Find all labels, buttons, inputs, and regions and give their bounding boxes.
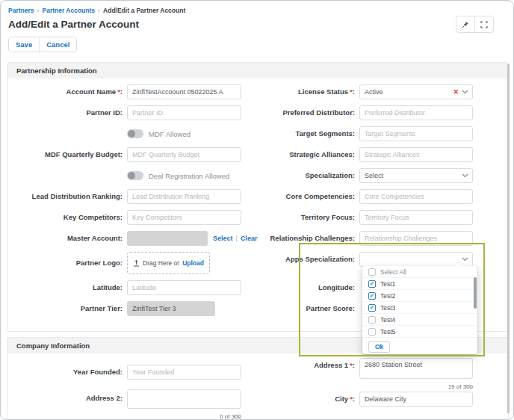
option-label: Test2 bbox=[380, 292, 395, 300]
master-account-link-divider: | bbox=[236, 235, 238, 242]
page-title: Add/Edit a Partner Account bbox=[8, 19, 506, 30]
partner-logo-dropzone[interactable]: Drag Here or Upload bbox=[127, 252, 210, 274]
dropdown-scrollbar[interactable] bbox=[474, 277, 477, 309]
mdf-allowed-row: MDF Allowed bbox=[7, 123, 258, 144]
preferred-distributor-row: Preferred Distributor: bbox=[258, 102, 508, 123]
checkbox-icon[interactable] bbox=[368, 328, 376, 336]
partner-tier-readonly-field: ZinfiTest Tier 3 bbox=[127, 301, 215, 316]
apps-specialization-label: Apps Specialization: bbox=[258, 255, 359, 263]
mdf-quarterly-budget-row: MDF Quarterly Budget: bbox=[7, 144, 258, 165]
address2-char-counter: 0 of 300 bbox=[127, 413, 241, 420]
mdf-allowed-toggle-label: MDF Allowed bbox=[149, 130, 191, 138]
clear-icon[interactable]: ✕ bbox=[453, 88, 459, 96]
checkbox-icon[interactable] bbox=[368, 316, 376, 324]
partner-account-page: Partners › Partner Accounts › Add/Edit a… bbox=[0, 0, 514, 420]
partner-tier-row: Partner Tier: ZinfiTest Tier 3 bbox=[7, 298, 258, 319]
mdf-allowed-toggle[interactable] bbox=[127, 129, 143, 138]
pin-button[interactable] bbox=[456, 16, 474, 32]
chevron-down-icon bbox=[462, 90, 468, 94]
key-competitors-row: Key Competitors: bbox=[7, 207, 258, 228]
target-segments-input[interactable] bbox=[359, 126, 473, 141]
address1-row: Address 1*: 2680 Station Street 19 of 30… bbox=[258, 356, 508, 388]
ok-button[interactable]: Ok bbox=[368, 341, 390, 353]
strategic-alliances-label: Strategic Alliances: bbox=[258, 150, 359, 158]
checkbox-icon[interactable] bbox=[368, 268, 376, 276]
address1-textarea[interactable]: 2680 Station Street bbox=[359, 358, 473, 379]
checkbox-icon[interactable] bbox=[368, 304, 376, 312]
option-label: Test4 bbox=[380, 316, 395, 324]
year-founded-row: Year Founded: bbox=[7, 356, 258, 388]
address2-label: Address 2: bbox=[7, 389, 127, 402]
master-account-row: Master Account: Select | Clear bbox=[7, 228, 258, 249]
cancel-button[interactable]: Cancel bbox=[40, 37, 76, 52]
account-name-label: Account Name*: bbox=[7, 87, 127, 96]
save-button[interactable]: Save bbox=[9, 37, 39, 52]
form-toolbar: Save Cancel bbox=[8, 37, 77, 52]
strategic-alliances-input[interactable] bbox=[359, 147, 473, 162]
lead-distribution-ranking-label: Lead Distribution Ranking: bbox=[7, 192, 127, 200]
target-segments-label: Target Segments: bbox=[258, 129, 359, 138]
page-scrollbar[interactable] bbox=[507, 64, 510, 413]
address1-char-counter: 19 of 300 bbox=[359, 383, 473, 390]
core-competencies-input[interactable] bbox=[359, 189, 473, 204]
specialization-row: Specialization: Select bbox=[258, 165, 508, 186]
master-account-readonly-field bbox=[127, 231, 208, 246]
key-competitors-input[interactable] bbox=[127, 210, 241, 225]
master-account-select-link[interactable]: Select bbox=[213, 235, 233, 242]
dropdown-option-test3[interactable]: Test3 bbox=[362, 302, 477, 314]
checkbox-icon[interactable] bbox=[368, 292, 376, 300]
dropdown-option-test2[interactable]: Test2 bbox=[362, 290, 477, 302]
relationship-challenges-input[interactable] bbox=[359, 231, 473, 246]
dropdown-option-test5[interactable]: Test5 bbox=[362, 326, 477, 338]
license-status-label: License Status*: bbox=[258, 87, 359, 96]
option-label: Test5 bbox=[380, 328, 395, 336]
address1-area: 2680 Station Street 19 of 300 bbox=[359, 358, 473, 390]
city-label: City*: bbox=[258, 395, 359, 403]
upload-link[interactable]: Upload bbox=[182, 259, 204, 267]
deal-registration-row: Deal Registration Allowed bbox=[7, 165, 258, 186]
breadcrumb-partner-accounts[interactable]: Partner Accounts bbox=[43, 7, 96, 14]
account-name-input[interactable] bbox=[127, 84, 241, 99]
dropdown-option-test1[interactable]: Test1 bbox=[362, 278, 477, 290]
partner-id-input[interactable] bbox=[127, 105, 241, 120]
latitude-input[interactable] bbox=[127, 280, 241, 295]
fullscreen-button[interactable] bbox=[475, 16, 493, 32]
upload-icon bbox=[133, 259, 140, 267]
city-input[interactable] bbox=[359, 392, 473, 407]
partner-id-row: Partner ID: bbox=[7, 102, 258, 123]
option-label: Test3 bbox=[380, 304, 395, 312]
breadcrumb-current: Add/Edit a Partner Account bbox=[103, 7, 185, 14]
partner-score-label: Partner Score: bbox=[258, 304, 359, 312]
master-account-label: Master Account: bbox=[7, 234, 127, 242]
license-status-row: License Status*: Active ✕ bbox=[258, 81, 508, 102]
year-founded-label: Year Founded: bbox=[7, 368, 127, 376]
city-row: City*: bbox=[258, 388, 508, 410]
deal-registration-toggle[interactable] bbox=[127, 171, 143, 180]
longitude-label: Longitude: bbox=[258, 283, 359, 291]
company-right-column: Address 1*: 2680 Station Street 19 of 30… bbox=[258, 356, 508, 420]
pin-icon bbox=[462, 21, 469, 28]
address2-row: Address 2: 0 of 300 bbox=[7, 388, 258, 420]
mdf-quarterly-budget-input[interactable] bbox=[127, 147, 241, 162]
account-name-row: Account Name*: bbox=[7, 81, 258, 102]
license-status-value: Active bbox=[365, 88, 450, 96]
partnership-information-header: Partnership Information bbox=[7, 63, 508, 78]
fullscreen-icon bbox=[480, 21, 488, 28]
checkbox-icon[interactable] bbox=[368, 280, 376, 288]
preferred-distributor-input[interactable] bbox=[359, 105, 473, 120]
territory-focus-input[interactable] bbox=[359, 210, 473, 225]
company-columns: Year Founded: Address 2: 0 of 300 Addres… bbox=[7, 353, 508, 420]
key-competitors-label: Key Competitors: bbox=[7, 213, 127, 221]
relationship-challenges-row: Relationship Challenges: bbox=[258, 228, 508, 249]
lead-distribution-ranking-input[interactable] bbox=[127, 189, 241, 204]
target-segments-row: Target Segments: bbox=[258, 123, 508, 144]
chevron-down-icon bbox=[462, 173, 468, 178]
year-founded-input[interactable] bbox=[127, 365, 241, 380]
apps-specialization-dropdown: Select All Test1 Test2 Test3 Test4 Test5… bbox=[362, 266, 477, 354]
breadcrumb-partners[interactable]: Partners bbox=[8, 7, 34, 14]
master-account-clear-link[interactable]: Clear bbox=[241, 235, 258, 242]
license-status-select[interactable]: Active ✕ bbox=[359, 84, 473, 99]
address2-textarea[interactable] bbox=[127, 389, 241, 409]
dropdown-option-test4[interactable]: Test4 bbox=[362, 314, 477, 326]
specialization-select[interactable]: Select bbox=[359, 168, 473, 183]
